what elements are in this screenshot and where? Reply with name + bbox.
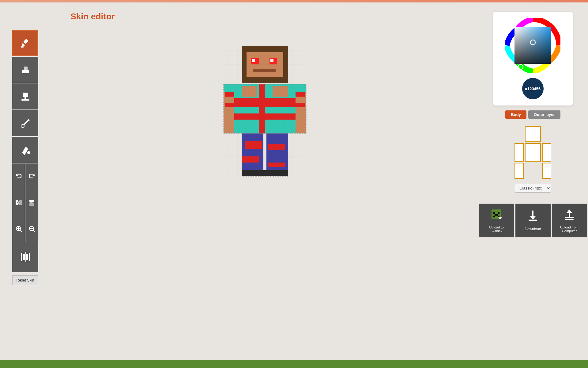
download-button[interactable]: Download — [515, 204, 551, 237]
svg-rect-82 — [493, 212, 495, 214]
redo-button[interactable] — [25, 163, 38, 190]
page-title: Skin editor — [70, 12, 115, 21]
svg-rect-0 — [23, 39, 28, 44]
svg-rect-2 — [21, 46, 24, 48]
zoom-in-button[interactable] — [12, 216, 25, 242]
head-row — [525, 126, 541, 142]
right-arm-part[interactable] — [542, 143, 551, 162]
svg-rect-32 — [23, 257, 25, 260]
upload-computer-button[interactable]: Upload fromComputer — [552, 204, 587, 237]
svg-rect-78 — [514, 27, 551, 64]
bottom-bar — [0, 360, 588, 368]
svg-rect-85 — [493, 216, 495, 217]
svg-marker-1 — [21, 43, 25, 47]
color-hex-value: #123456 — [525, 86, 541, 91]
upload-skindex-icon — [490, 208, 503, 223]
layer-tabs: Body Outer layer — [505, 110, 560, 119]
right-panel: #123456 Body Outer layer — [490, 12, 576, 359]
skin-type-dropdown[interactable]: Classic (4px) Slim (3px) — [515, 184, 551, 193]
svg-line-8 — [24, 121, 28, 125]
torso-part[interactable] — [525, 143, 541, 162]
svg-rect-86 — [498, 216, 499, 217]
download-icon — [527, 210, 539, 224]
undo-redo-pair — [12, 163, 40, 190]
svg-rect-90 — [529, 220, 537, 221]
svg-rect-20 — [29, 203, 34, 206]
svg-point-9 — [21, 125, 24, 128]
svg-rect-72 — [224, 46, 306, 176]
svg-rect-4 — [24, 67, 28, 71]
skin-canvas[interactable] — [191, 28, 338, 199]
svg-rect-5 — [23, 93, 28, 97]
upload-computer-icon — [563, 208, 575, 223]
svg-marker-92 — [566, 209, 572, 213]
svg-marker-13 — [32, 174, 34, 176]
svg-rect-33 — [26, 257, 28, 260]
pencil-tool[interactable] — [12, 30, 38, 56]
outer-layer-tab[interactable]: Outer layer — [528, 110, 560, 119]
svg-rect-84 — [495, 214, 498, 216]
mirror-v-button[interactable] — [25, 190, 38, 216]
stamp-tool[interactable] — [12, 83, 38, 109]
mirror-h-button[interactable] — [12, 190, 25, 216]
svg-rect-94 — [565, 219, 574, 220]
svg-line-27 — [33, 230, 35, 232]
zoom-out-button[interactable] — [25, 216, 38, 242]
svg-rect-83 — [498, 212, 499, 214]
svg-marker-12 — [16, 174, 18, 176]
head-part[interactable] — [525, 126, 541, 142]
left-leg-part[interactable] — [514, 163, 524, 179]
svg-rect-7 — [21, 99, 29, 101]
legs-row — [514, 163, 551, 179]
top-bar — [0, 0, 588, 2]
color-wheel[interactable] — [505, 18, 560, 73]
upload-skindex-button[interactable]: Upload toSkindex — [479, 204, 514, 237]
right-leg-part[interactable] — [542, 163, 551, 179]
color-wheel-container: #123456 — [493, 12, 573, 105]
body-parts-grid — [514, 126, 551, 179]
eyedropper-tool[interactable] — [12, 110, 38, 136]
svg-marker-89 — [530, 216, 536, 220]
body-tab[interactable]: Body — [505, 110, 526, 119]
svg-line-23 — [20, 230, 22, 232]
svg-rect-30 — [23, 254, 25, 257]
reset-skin-button[interactable]: Reset Skin — [12, 275, 38, 285]
zoom-pair — [12, 216, 40, 242]
eraser-tool[interactable] — [12, 57, 38, 83]
svg-point-11 — [27, 151, 30, 154]
torso-row — [514, 143, 551, 162]
fill-tool[interactable] — [12, 137, 38, 163]
svg-rect-19 — [29, 200, 34, 202]
layers-button[interactable] — [12, 242, 38, 272]
download-label: Download — [525, 227, 541, 231]
left-arm-part[interactable] — [514, 143, 524, 162]
svg-rect-93 — [565, 217, 574, 218]
center-area: Skin editor — [46, 12, 484, 359]
toolbar: Reset Skin — [12, 30, 40, 359]
action-buttons: Upload toSkindex Download — [479, 204, 587, 237]
color-preview[interactable]: #123456 — [522, 78, 544, 99]
mirror-pair — [12, 190, 40, 216]
upload-skindex-label: Upload toSkindex — [489, 225, 503, 233]
svg-rect-31 — [26, 254, 28, 257]
upload-computer-label: Upload fromComputer — [560, 225, 579, 233]
undo-button[interactable] — [12, 163, 25, 190]
